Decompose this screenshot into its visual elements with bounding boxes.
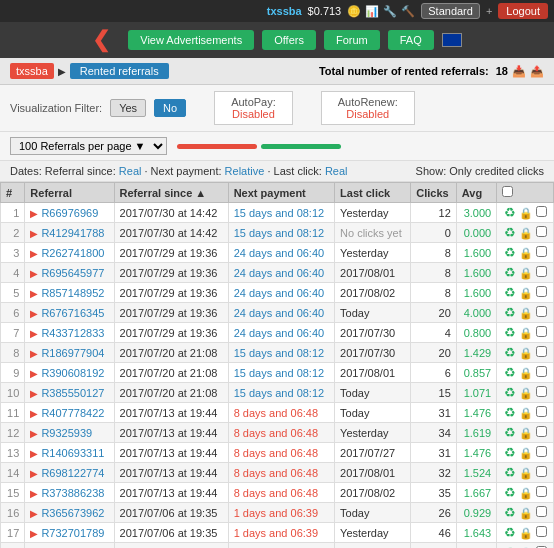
plus-icon[interactable]: + — [486, 5, 492, 17]
ref-link[interactable]: R433712833 — [41, 327, 104, 339]
lock-icon[interactable]: 🔒 — [519, 207, 533, 219]
ref-link[interactable]: R66976969 — [41, 207, 98, 219]
lock-icon[interactable]: 🔒 — [519, 427, 533, 439]
faq-button[interactable]: FAQ — [388, 30, 434, 50]
ref-link[interactable]: R262741800 — [41, 247, 104, 259]
row-checkbox[interactable] — [536, 206, 547, 217]
recycle-icon[interactable]: ♻ — [504, 525, 516, 540]
row-checkbox[interactable] — [536, 466, 547, 477]
cell-avg: 0.857 — [456, 363, 496, 383]
dates-real2: Real — [325, 165, 348, 177]
ref-link[interactable]: R695645977 — [41, 267, 104, 279]
standard-button[interactable]: Standard — [421, 3, 480, 19]
row-checkbox[interactable] — [536, 266, 547, 277]
download-icon[interactable]: 📥 — [512, 65, 526, 78]
row-checkbox[interactable] — [536, 526, 547, 537]
lock-icon[interactable]: 🔒 — [519, 467, 533, 479]
ref-link[interactable]: R9325939 — [41, 427, 92, 439]
recycle-icon[interactable]: ♻ — [504, 225, 516, 240]
lock-icon[interactable]: 🔒 — [519, 327, 533, 339]
ref-link[interactable]: R140693311 — [41, 447, 104, 459]
cell-next: 15 days and 08:12 — [228, 363, 334, 383]
recycle-icon[interactable]: ♻ — [504, 305, 516, 320]
th-since[interactable]: Referral since ▲ — [114, 183, 228, 203]
logout-button[interactable]: Logout — [498, 3, 548, 19]
recycle-icon[interactable]: ♻ — [504, 445, 516, 460]
filter-bar: Visualization Filter: Yes No AutoPay: Di… — [0, 85, 554, 132]
row-checkbox[interactable] — [536, 286, 547, 297]
lock-icon[interactable]: 🔒 — [519, 527, 533, 539]
row-checkbox[interactable] — [536, 246, 547, 257]
row-checkbox[interactable] — [536, 426, 547, 437]
cell-referral: ▶ R262741800 — [25, 243, 114, 263]
upload-icon[interactable]: 📤 — [530, 65, 544, 78]
lock-icon[interactable]: 🔒 — [519, 387, 533, 399]
recycle-icon[interactable]: ♻ — [504, 345, 516, 360]
logo-icon[interactable]: ❮ — [92, 27, 110, 53]
ref-link[interactable]: R676716345 — [41, 307, 104, 319]
lock-icon[interactable]: 🔒 — [519, 287, 533, 299]
recycle-icon[interactable]: ♻ — [504, 365, 516, 380]
slider-red[interactable] — [177, 144, 257, 149]
row-checkbox[interactable] — [536, 366, 547, 377]
perpage-select[interactable]: 100 Referrals per page ▼ — [10, 137, 167, 155]
recycle-icon[interactable]: ♻ — [504, 325, 516, 340]
recycle-icon[interactable]: ♻ — [504, 425, 516, 440]
view-ads-button[interactable]: View Advertisements — [128, 30, 254, 50]
cell-num: 1 — [1, 203, 25, 223]
lock-icon[interactable]: 🔒 — [519, 447, 533, 459]
filter-no-button[interactable]: No — [154, 99, 186, 117]
lock-icon[interactable]: 🔒 — [519, 247, 533, 259]
recycle-icon[interactable]: ♻ — [504, 385, 516, 400]
row-checkbox[interactable] — [536, 226, 547, 237]
lock-icon[interactable]: 🔒 — [519, 307, 533, 319]
ref-link[interactable]: R407778422 — [41, 407, 104, 419]
row-checkbox[interactable] — [536, 486, 547, 497]
recycle-icon[interactable]: ♻ — [504, 265, 516, 280]
ref-link[interactable]: R373886238 — [41, 487, 104, 499]
ref-link[interactable]: R857148952 — [41, 287, 104, 299]
lock-icon[interactable]: 🔒 — [519, 407, 533, 419]
lock-icon[interactable]: 🔒 — [519, 367, 533, 379]
recycle-icon[interactable]: ♻ — [504, 405, 516, 420]
row-checkbox[interactable] — [536, 506, 547, 517]
lock-icon[interactable]: 🔒 — [519, 227, 533, 239]
offers-button[interactable]: Offers — [262, 30, 316, 50]
ref-link[interactable]: R698122774 — [41, 467, 104, 479]
lock-icon[interactable]: 🔒 — [519, 267, 533, 279]
lock-icon[interactable]: 🔒 — [519, 487, 533, 499]
breadcrumb-home[interactable]: txssba — [10, 63, 54, 79]
lock-icon[interactable]: 🔒 — [519, 347, 533, 359]
row-checkbox[interactable] — [536, 406, 547, 417]
recycle-icon[interactable]: ♻ — [504, 285, 516, 300]
row-checkbox[interactable] — [536, 346, 547, 357]
recycle-icon[interactable]: ♻ — [504, 505, 516, 520]
cell-num: 18 — [1, 543, 25, 549]
row-checkbox[interactable] — [536, 386, 547, 397]
th-checkbox[interactable] — [497, 183, 554, 203]
balance: $0.713 — [308, 5, 342, 17]
ref-link[interactable]: R365673962 — [41, 507, 104, 519]
breadcrumb-arrow: ▶ — [58, 66, 66, 77]
slider-green[interactable] — [261, 144, 341, 149]
flag-icon — [442, 33, 462, 47]
recycle-icon[interactable]: ♻ — [504, 205, 516, 220]
cell-since: 2017/07/13 at 19:44 — [114, 403, 228, 423]
recycle-icon[interactable]: ♻ — [504, 465, 516, 480]
ref-link[interactable]: R732701789 — [41, 527, 104, 539]
forum-button[interactable]: Forum — [324, 30, 380, 50]
row-checkbox[interactable] — [536, 306, 547, 317]
ref-link[interactable]: R186977904 — [41, 347, 104, 359]
ref-link[interactable]: R385550127 — [41, 387, 104, 399]
row-checkbox[interactable] — [536, 326, 547, 337]
select-all-checkbox[interactable] — [502, 186, 513, 197]
cell-next: 1 days and 06:39 — [228, 523, 334, 543]
ref-link[interactable]: R412941788 — [41, 227, 104, 239]
ref-link[interactable]: R390608192 — [41, 367, 104, 379]
lock-icon[interactable]: 🔒 — [519, 507, 533, 519]
recycle-icon[interactable]: ♻ — [504, 485, 516, 500]
filter-yes-button[interactable]: Yes — [110, 99, 146, 117]
cell-action: ♻ 🔒 — [497, 343, 554, 363]
row-checkbox[interactable] — [536, 446, 547, 457]
recycle-icon[interactable]: ♻ — [504, 245, 516, 260]
